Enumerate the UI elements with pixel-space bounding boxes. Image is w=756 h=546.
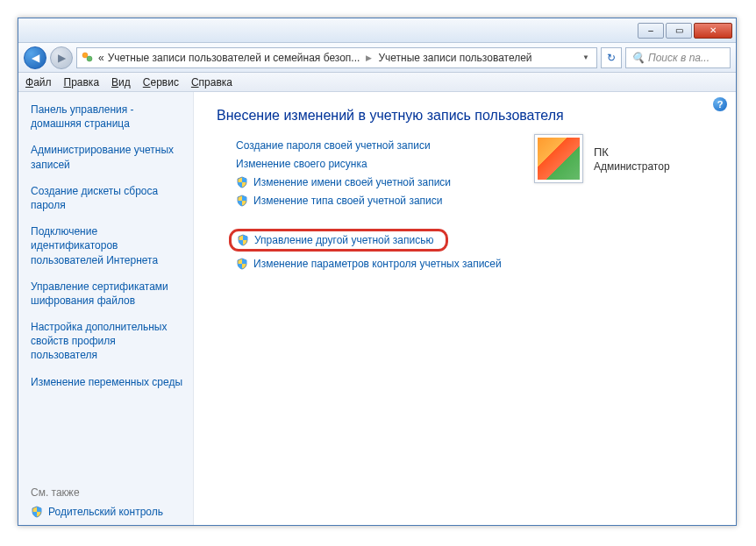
address-segment-2[interactable]: Учетные записи пользователей	[378, 52, 531, 64]
link-uac-settings: Изменение параметров контроля учетных за…	[236, 258, 720, 270]
link-manage-other-anchor[interactable]: Управление другой учетной записью	[254, 234, 433, 246]
minimize-button[interactable]: –	[638, 23, 664, 39]
window: – ▭ ✕ ◀ ▶ « Учетные записи пользователей…	[18, 18, 737, 526]
account-name: ПК	[594, 145, 670, 159]
back-button[interactable]: ◀	[24, 46, 46, 69]
sidebar: Панель управления - домашняя страница Ад…	[18, 92, 194, 525]
sidebar-item-online-ids[interactable]: Подключение идентификаторов пользователе…	[31, 224, 184, 267]
location-icon	[81, 51, 95, 65]
shield-icon	[237, 234, 249, 246]
search-input[interactable]: 🔍 Поиск в па...	[625, 47, 731, 68]
see-also-label: См. также	[31, 486, 184, 499]
navbar: ◀ ▶ « Учетные записи пользователей и сем…	[18, 43, 736, 73]
content: Панель управления - домашняя страница Ад…	[18, 92, 736, 525]
search-icon: 🔍	[631, 52, 645, 64]
link-change-name-anchor[interactable]: Изменение имени своей учетной записи	[253, 176, 451, 188]
shield-icon	[236, 176, 248, 188]
avatar-image	[538, 138, 580, 180]
link-manage-other: Управление другой учетной записью	[236, 229, 720, 252]
svg-point-1	[87, 56, 92, 61]
svg-point-0	[82, 53, 88, 58]
account-role: Администратор	[594, 160, 670, 173]
titlebar: – ▭ ✕	[18, 18, 736, 43]
shield-icon	[236, 258, 248, 270]
menu-edit[interactable]: Правка	[64, 76, 100, 89]
refresh-button[interactable]: ↻	[601, 47, 622, 68]
menu-file[interactable]: Файл	[25, 76, 52, 89]
sidebar-footer: См. также Родительский контроль	[31, 478, 184, 518]
forward-button[interactable]: ▶	[50, 46, 73, 69]
menubar: Файл Правка Вид Сервис Справка	[18, 73, 736, 92]
address-segment-1[interactable]: Учетные записи пользователей и семейная …	[108, 52, 360, 64]
link-change-type: Изменение типа своей учетной записи	[236, 195, 720, 207]
account-summary: ПК Администратор	[534, 134, 718, 183]
chevron-right-icon[interactable]: ▶	[363, 53, 374, 62]
shield-icon	[31, 506, 43, 518]
sidebar-item-home[interactable]: Панель управления - домашняя страница	[31, 103, 184, 131]
parental-controls-link[interactable]: Родительский контроль	[31, 506, 184, 518]
maximize-button[interactable]: ▭	[666, 23, 692, 39]
menu-help[interactable]: Справка	[191, 76, 232, 89]
avatar	[534, 134, 583, 183]
link-uac-settings-anchor[interactable]: Изменение параметров контроля учетных за…	[253, 258, 502, 270]
link-create-password-anchor[interactable]: Создание пароля своей учетной записи	[236, 139, 431, 152]
sidebar-item-env[interactable]: Изменение переменных среды	[31, 375, 184, 389]
shield-icon	[236, 195, 248, 207]
help-icon[interactable]: ?	[713, 97, 727, 111]
sidebar-item-certs[interactable]: Управление сертификатами шифрования файл…	[31, 280, 184, 308]
menu-view[interactable]: Вид	[111, 76, 131, 89]
address-dropdown-icon[interactable]: ▼	[579, 53, 593, 61]
link-change-picture-anchor[interactable]: Изменение своего рисунка	[236, 158, 367, 170]
close-button[interactable]: ✕	[694, 23, 732, 39]
search-placeholder: Поиск в па...	[648, 52, 710, 64]
menu-tools[interactable]: Сервис	[143, 76, 179, 89]
address-bar[interactable]: « Учетные записи пользователей и семейна…	[76, 47, 597, 68]
main-panel: ? Внесение изменений в учетную запись по…	[194, 92, 736, 525]
sidebar-item-profile[interactable]: Настройка дополнительных свойств профиля…	[31, 320, 184, 363]
window-buttons: – ▭ ✕	[638, 23, 732, 39]
sidebar-item-admin[interactable]: Администрирование учетных записей	[31, 143, 184, 171]
account-text: ПК Администратор	[594, 145, 670, 173]
address-prefix: «	[98, 52, 104, 64]
sidebar-nav: Панель управления - домашняя страница Ад…	[31, 103, 184, 478]
parental-controls-label: Родительский контроль	[48, 506, 163, 518]
page-title: Внесение изменений в учетную запись поль…	[217, 108, 720, 124]
highlight-callout: Управление другой учетной записью	[229, 229, 448, 252]
sidebar-item-reset-disk[interactable]: Создание дискеты сброса пароля	[31, 184, 184, 212]
link-change-type-anchor[interactable]: Изменение типа своей учетной записи	[253, 195, 442, 207]
